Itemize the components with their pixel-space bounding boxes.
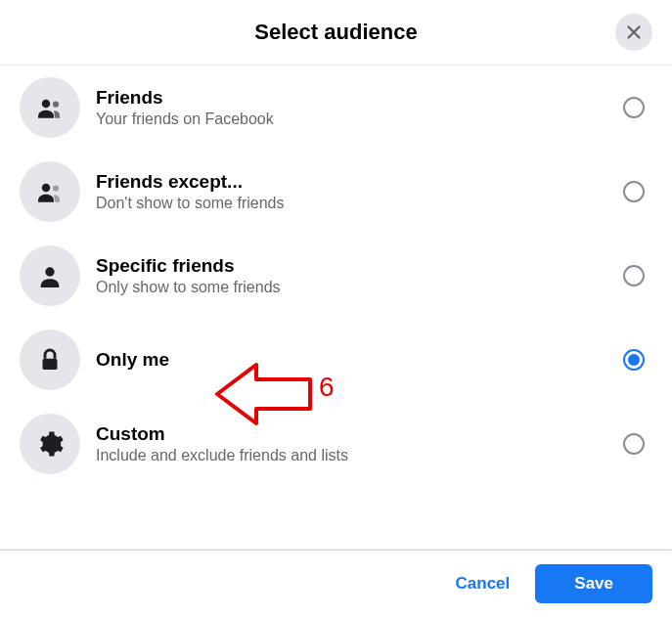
- radio-custom[interactable]: [623, 433, 645, 455]
- option-friends[interactable]: Friends Your friends on Facebook: [0, 66, 672, 150]
- svg-rect-7: [43, 359, 58, 370]
- options-list[interactable]: Friends Your friends on Facebook Friends…: [0, 66, 672, 550]
- select-audience-dialog: Select audience Friends Your friends on …: [0, 0, 672, 617]
- option-subtitle: Don't show to some friends: [96, 195, 607, 212]
- option-title: Friends except...: [96, 171, 607, 193]
- svg-point-3: [53, 102, 59, 108]
- specific-friends-icon: [20, 245, 80, 306]
- option-text: Custom Include and exclude friends and l…: [96, 423, 607, 464]
- svg-point-6: [45, 267, 54, 276]
- option-text: Friends except... Don't show to some fri…: [96, 171, 607, 212]
- lock-icon: [20, 330, 80, 390]
- option-title: Custom: [96, 423, 607, 445]
- dialog-header: Select audience: [0, 0, 672, 66]
- radio-friends[interactable]: [623, 97, 645, 118]
- close-button[interactable]: [615, 14, 652, 51]
- gear-icon: [20, 414, 80, 474]
- option-friends-except[interactable]: Friends except... Don't show to some fri…: [0, 150, 672, 234]
- option-specific-friends[interactable]: Specific friends Only show to some frien…: [0, 234, 672, 318]
- friends-icon: [20, 77, 80, 138]
- close-icon: [623, 22, 645, 43]
- dialog-footer: Cancel Save: [0, 550, 672, 617]
- option-text: Only me: [96, 349, 607, 371]
- option-only-me[interactable]: Only me: [0, 318, 672, 402]
- option-text: Friends Your friends on Facebook: [96, 87, 607, 128]
- option-title: Specific friends: [96, 255, 607, 277]
- radio-specific-friends[interactable]: [623, 265, 645, 286]
- friends-except-icon: [20, 161, 80, 222]
- option-subtitle: Include and exclude friends and lists: [96, 447, 607, 464]
- option-text: Specific friends Only show to some frien…: [96, 255, 607, 296]
- svg-point-5: [53, 186, 59, 192]
- option-title: Only me: [96, 349, 607, 371]
- svg-point-2: [42, 100, 51, 109]
- option-subtitle: Your friends on Facebook: [96, 110, 607, 128]
- save-button[interactable]: Save: [535, 564, 652, 603]
- option-subtitle: Only show to some friends: [96, 279, 607, 296]
- option-custom[interactable]: Custom Include and exclude friends and l…: [0, 402, 672, 486]
- radio-only-me[interactable]: [623, 349, 645, 371]
- svg-point-4: [42, 184, 51, 193]
- dialog-title: Select audience: [254, 20, 417, 45]
- cancel-button[interactable]: Cancel: [438, 564, 528, 603]
- radio-friends-except[interactable]: [623, 181, 645, 202]
- option-title: Friends: [96, 87, 607, 109]
